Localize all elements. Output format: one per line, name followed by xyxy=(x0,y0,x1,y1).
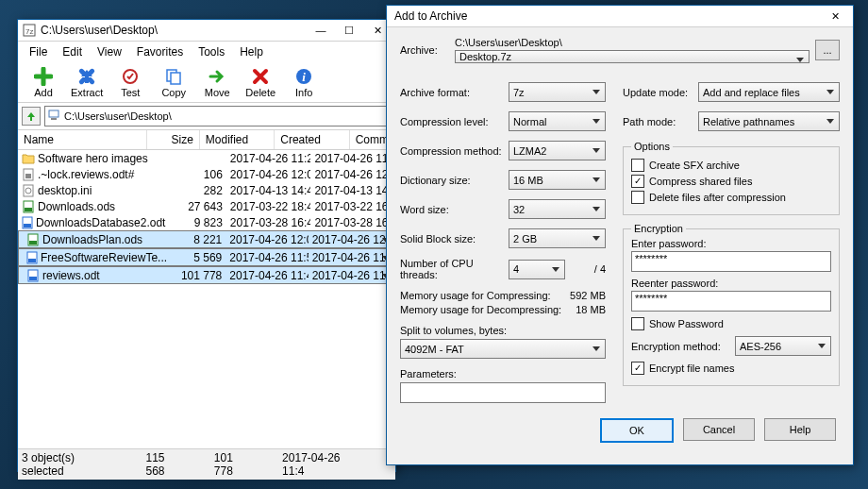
memc-value: 592 MB xyxy=(570,290,606,301)
ok-button[interactable]: OK xyxy=(600,418,674,443)
menu-view[interactable]: View xyxy=(90,43,129,60)
file-icon xyxy=(26,233,40,246)
file-row[interactable]: Software hero images2017-04-26 11:292017… xyxy=(18,150,395,166)
file-name: Downloads.ods xyxy=(38,200,115,213)
file-row[interactable]: reviews.odt101 7782017-04-26 11:422017-0… xyxy=(18,266,395,284)
block-label: Solid Block size: xyxy=(400,233,509,244)
status-selection: 3 object(s) selected xyxy=(22,451,117,478)
info-button[interactable]: iInfo xyxy=(282,64,326,100)
menu-tools[interactable]: Tools xyxy=(191,43,232,60)
menubar: File Edit View Favorites Tools Help xyxy=(18,42,395,62)
file-size: 106 xyxy=(169,168,226,181)
file-created: 2017-04-26 12:06 xyxy=(310,168,395,181)
move-icon xyxy=(207,66,227,87)
svg-rect-19 xyxy=(29,241,37,244)
file-name: DownloadsDatabase2.odt xyxy=(36,216,165,229)
password2-label: Reenter password: xyxy=(631,278,831,289)
split-select[interactable]: 4092M - FAT xyxy=(400,339,606,359)
file-icon xyxy=(22,216,33,229)
password-input[interactable]: ******** xyxy=(631,251,831,272)
file-modified: 2017-04-26 11:42 xyxy=(225,269,308,282)
memd-label: Memory usage for Decompressing: xyxy=(400,304,561,315)
update-select[interactable]: Add and replace files xyxy=(698,82,840,102)
file-row[interactable]: Downloads.ods27 6432017-03-22 18:462017-… xyxy=(18,198,395,214)
copy-button[interactable]: Copy xyxy=(152,64,195,100)
file-manager-window: 7z C:\Users\user\Desktop\ — ☐ ✕ File Edi… xyxy=(17,19,396,472)
delete-after-checkbox[interactable]: Delete files after compression xyxy=(631,191,831,204)
dialog-titlebar[interactable]: Add to Archive ✕ xyxy=(387,6,853,27)
test-button[interactable]: Test xyxy=(108,64,152,100)
app-icon: 7z xyxy=(22,23,37,38)
file-row[interactable]: DownloadsDatabase2.odt9 8232017-03-28 16… xyxy=(18,214,395,230)
file-row[interactable]: .~lock.reviews.odt#1062017-04-26 12:0620… xyxy=(18,166,395,182)
update-label: Update mode: xyxy=(623,87,698,98)
file-row[interactable]: DownloadsPlan.ods8 2212017-04-26 12:0420… xyxy=(18,230,395,248)
move-button[interactable]: Move xyxy=(195,64,239,100)
menu-file[interactable]: File xyxy=(22,43,55,60)
file-row[interactable]: FreeSoftwareReviewTe...5 5692017-04-26 1… xyxy=(18,248,395,266)
file-list[interactable]: Software hero images2017-04-26 11:292017… xyxy=(18,150,395,448)
shared-checkbox[interactable]: ✓Compress shared files xyxy=(631,175,831,188)
up-button[interactable] xyxy=(22,107,41,126)
statusbar: 3 object(s) selected 115 568 101 778 201… xyxy=(18,448,395,480)
dialog-buttons: OK Cancel Help xyxy=(387,411,853,450)
file-created: 2017-03-22 16:02 xyxy=(310,200,395,213)
extract-button[interactable]: Extract xyxy=(65,64,108,100)
param-input[interactable] xyxy=(400,382,606,403)
level-select[interactable]: Normal xyxy=(509,111,606,131)
password-label: Enter password: xyxy=(631,238,831,249)
pathmode-select[interactable]: Relative pathnames xyxy=(698,111,840,131)
encrypt-filenames-checkbox[interactable]: ✓Encrypt file names xyxy=(631,362,831,375)
col-modified[interactable]: Modified xyxy=(200,130,275,149)
word-select[interactable]: 32 xyxy=(509,199,606,219)
address-field[interactable]: C:\Users\user\Desktop\ xyxy=(44,106,392,126)
svg-rect-8 xyxy=(49,110,58,117)
file-created: 2017-04-26 11:49 xyxy=(309,251,391,264)
memd-value: 18 MB xyxy=(576,304,606,315)
file-modified: 2017-04-26 12:04 xyxy=(225,233,308,246)
col-name[interactable]: Name xyxy=(18,130,147,149)
file-created: 2017-04-26 11:42 xyxy=(309,269,391,282)
sfx-checkbox[interactable]: Create SFX archive xyxy=(631,159,831,172)
minimize-button[interactable]: — xyxy=(307,21,335,40)
file-modified: 2017-03-22 18:46 xyxy=(226,200,311,213)
dict-select[interactable]: 16 MB xyxy=(509,170,606,190)
delete-button[interactable]: Delete xyxy=(239,64,282,100)
menu-favorites[interactable]: Favorites xyxy=(129,43,191,60)
param-label: Parameters: xyxy=(400,368,606,379)
cancel-button[interactable]: Cancel xyxy=(683,418,755,441)
file-row[interactable]: desktop.ini2822017-04-13 14:402017-04-13… xyxy=(18,182,395,198)
menu-help[interactable]: Help xyxy=(232,43,271,60)
enc-method-select[interactable]: AES-256 xyxy=(735,336,831,356)
format-label: Archive format: xyxy=(400,87,509,98)
enc-method-label: Encryption method: xyxy=(631,341,735,352)
add-button[interactable]: Add xyxy=(22,64,65,100)
password2-input[interactable]: ******** xyxy=(631,291,831,312)
file-modified: 2017-04-26 11:29 xyxy=(226,152,311,165)
svg-rect-5 xyxy=(171,73,180,84)
file-name: Software hero images xyxy=(38,152,148,165)
show-password-checkbox[interactable]: Show Password xyxy=(631,317,831,330)
method-select[interactable]: LZMA2 xyxy=(509,141,606,160)
col-created[interactable]: Created xyxy=(275,130,349,149)
cpu-select[interactable]: 4 xyxy=(509,260,565,279)
archive-name-field[interactable]: Desktop.7z xyxy=(455,50,810,63)
extract-icon xyxy=(76,66,97,87)
file-name: desktop.ini xyxy=(38,184,92,197)
format-select[interactable]: 7z xyxy=(509,82,606,102)
file-icon xyxy=(22,200,35,213)
svg-rect-15 xyxy=(25,208,32,211)
dialog-close-button[interactable]: ✕ xyxy=(821,7,849,25)
status-date: 2017-04-26 11:4 xyxy=(282,451,363,478)
help-button[interactable]: Help xyxy=(764,418,836,441)
cpu-max: / 4 xyxy=(594,263,606,275)
menu-edit[interactable]: Edit xyxy=(55,43,90,60)
file-created: 2017-04-26 12:04 xyxy=(309,233,391,246)
options-group: Options Create SFX archive ✓Compress sha… xyxy=(623,141,840,215)
col-size[interactable]: Size xyxy=(147,130,200,149)
maximize-button[interactable]: ☐ xyxy=(335,21,363,40)
titlebar[interactable]: 7z C:\Users\user\Desktop\ — ☐ ✕ xyxy=(18,20,395,42)
address-text: C:\Users\user\Desktop\ xyxy=(64,110,172,122)
block-select[interactable]: 2 GB xyxy=(509,228,606,248)
browse-button[interactable]: ... xyxy=(815,40,840,60)
